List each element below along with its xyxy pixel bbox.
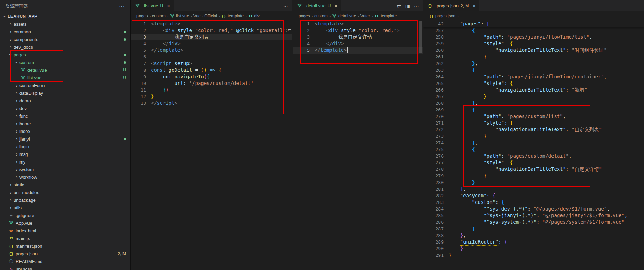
- more-actions-icon[interactable]: ⋯: [414, 3, 419, 9]
- code-line-276[interactable]: 276 "path": "pages/custom/detail",: [423, 153, 644, 159]
- code-line-1[interactable]: 1<template>: [293, 21, 423, 27]
- explorer-folder-uni_modules[interactable]: ›uni_modules: [0, 189, 130, 196]
- code-line-6[interactable]: 6: [131, 54, 292, 60]
- code-line-261[interactable]: 261 }: [423, 54, 644, 60]
- explorer-folder-my[interactable]: ›my: [0, 158, 130, 166]
- code-line-265[interactable]: 265 "style": {: [423, 80, 644, 87]
- code-line-274[interactable]: 274 },: [423, 140, 644, 146]
- breadcrumb-item[interactable]: {}pages.json: [429, 14, 455, 18]
- breadcrumb-item[interactable]: Vuter: [360, 14, 370, 18]
- code-line-4[interactable]: 4 </div>: [293, 40, 423, 47]
- code-line-8[interactable]: 8const goDetail = () => {: [131, 67, 292, 73]
- explorer-folder-login[interactable]: ›login: [0, 143, 130, 150]
- code-line-268[interactable]: 268 },: [423, 100, 644, 106]
- code-line-290[interactable]: 290 }: [423, 245, 644, 252]
- tab-pages.json[interactable]: {}pages.json2, M×: [423, 0, 479, 11]
- code-line-282[interactable]: 282 "easycom": {: [423, 192, 644, 199]
- code-line-5[interactable]: 5</template>: [131, 47, 292, 54]
- breadcrumb-item[interactable]: ...: [460, 14, 463, 18]
- close-icon[interactable]: ×: [167, 3, 170, 8]
- code-line-284[interactable]: 284 "^sys-dev-(.*)": "@/pages/dev/$1/for…: [423, 206, 644, 212]
- code-line-13[interactable]: 13</script>: [131, 100, 292, 106]
- code-line-1[interactable]: 1<template>: [131, 21, 292, 27]
- close-icon[interactable]: ×: [472, 3, 476, 8]
- explorer-folder-static[interactable]: ›static: [0, 181, 130, 189]
- explorer-folder-dev_docs[interactable]: ›dev_docs: [0, 43, 130, 51]
- code-line-288[interactable]: 288 },: [423, 232, 644, 239]
- explorer-folder-unpackage[interactable]: ›unpackage: [0, 196, 130, 204]
- explorer-file-manifest.json[interactable]: {}manifest.json: [0, 242, 130, 250]
- code-line-3[interactable]: 3 我是自定义列表: [131, 34, 292, 40]
- code-line-269[interactable]: 269 {: [423, 106, 644, 113]
- code-line-267[interactable]: 267 }: [423, 93, 644, 100]
- explorer-file-pages.json[interactable]: {}pages.json2, M: [0, 250, 130, 257]
- code-line-270[interactable]: 270 "path": "pages/custom/list",: [423, 113, 644, 120]
- breadcrumb-item[interactable]: list.vue: [170, 14, 189, 18]
- breadcrumb-item[interactable]: custom: [152, 14, 166, 18]
- explorer-folder-system[interactable]: ›system: [0, 166, 130, 173]
- code-line-285[interactable]: 285 "^sys-jianyi-(.*)": "@/pages/jianyi/…: [423, 212, 644, 219]
- code-line-7[interactable]: 7<script setup>: [131, 60, 292, 67]
- code-line-10[interactable]: 10 url: '/pages/custom/detail': [131, 80, 292, 87]
- explorer-file-index.html[interactable]: <>index.html: [0, 227, 130, 235]
- explorer-folder-utils[interactable]: ›utils: [0, 204, 130, 212]
- code-line-263[interactable]: 263 {: [423, 67, 644, 73]
- explorer-folder-common[interactable]: ›common: [0, 28, 130, 35]
- explorer-file-App.vue[interactable]: App.vue: [0, 219, 130, 227]
- explorer-folder-components[interactable]: ›components: [0, 35, 130, 43]
- close-icon[interactable]: ×: [334, 3, 337, 8]
- explorer-folder-demo[interactable]: ›demo: [0, 97, 130, 104]
- code-line-273[interactable]: 273 }: [423, 133, 644, 140]
- explorer-folder-customForm[interactable]: ›customForm: [0, 81, 130, 89]
- explorer-folder-dataDisplay[interactable]: ›dataDisplay: [0, 89, 130, 97]
- explorer-folder-msg[interactable]: ›msg: [0, 150, 130, 158]
- explorer-folder-dev[interactable]: ›dev: [0, 104, 130, 112]
- explorer-folder-workflow[interactable]: ›workflow: [0, 173, 130, 181]
- code-line-9[interactable]: 9 uni.navigateTo({: [131, 73, 292, 80]
- more-actions-icon[interactable]: ⋯: [119, 3, 125, 9]
- explorer-file-detail.vue[interactable]: detail.vueU: [0, 66, 130, 74]
- breadcrumb-item[interactable]: template: [374, 14, 397, 18]
- split-editor-icon[interactable]: ◨: [405, 3, 410, 9]
- code-line-289[interactable]: 289 "uniIdRouter": {: [423, 239, 644, 245]
- code-line-262[interactable]: 262 },: [423, 60, 644, 67]
- tab-detail.vue[interactable]: detail.vueU×: [293, 0, 341, 11]
- breadcrumb-item[interactable]: pages: [136, 14, 148, 18]
- explorer-folder-func[interactable]: ›func: [0, 112, 130, 120]
- code-line-5[interactable]: 5</template>: [293, 47, 423, 54]
- more-actions-icon[interactable]: ⋯: [283, 3, 288, 9]
- code-line-280[interactable]: 280 }: [423, 179, 644, 186]
- code-line-287[interactable]: 287 }: [423, 225, 644, 232]
- explorer-file-list.vue[interactable]: list.vueU: [0, 74, 130, 81]
- code-line-257[interactable]: 257 {: [423, 27, 644, 34]
- breadcrumb-item[interactable]: div: [248, 14, 260, 18]
- tab-list.vue[interactable]: list.vueU×: [131, 0, 174, 11]
- explorer-folder-jianyi[interactable]: ›jianyi: [0, 135, 130, 143]
- explorer-folder-LEARUN_APP[interactable]: ›LEARUN_APP: [0, 13, 130, 20]
- code-line-3[interactable]: 3 我是自定义详情: [293, 34, 423, 40]
- code-line-271[interactable]: 271 "style": {: [423, 120, 644, 126]
- sticky-scroll-line[interactable]: 42 "pages": [: [423, 21, 644, 27]
- explorer-folder-custom[interactable]: ›custom: [0, 58, 130, 66]
- code-line-42[interactable]: 42 "pages": [: [423, 21, 644, 27]
- open-changes-icon[interactable]: ⇄: [397, 3, 401, 9]
- breadcrumb-item[interactable]: pages: [299, 14, 310, 18]
- code-line-2[interactable]: 2 <div style="color: red;">: [293, 27, 423, 34]
- code-line-281[interactable]: 281 ],: [423, 186, 644, 192]
- explorer-file-uni.scss[interactable]: Suni.scss: [0, 265, 130, 270]
- code-line-11[interactable]: 11 }): [131, 87, 292, 93]
- explorer-file-README.md[interactable]: ⓘREADME.md: [0, 257, 130, 265]
- code-line-260[interactable]: 260 "navigationBarTitleText": "时间组件验证": [423, 47, 644, 54]
- code-line-291[interactable]: 291}: [423, 252, 644, 259]
- code-line-278[interactable]: 278 "navigationBarTitleText": "自定义详情": [423, 166, 644, 173]
- breadcrumb-item[interactable]: Vue - Official: [193, 14, 217, 18]
- code-line-12[interactable]: 12}: [131, 93, 292, 100]
- code-line-279[interactable]: 279 }: [423, 173, 644, 179]
- code-line-277[interactable]: 277 "style": {: [423, 159, 644, 166]
- code-line-2[interactable]: 2 <div style="color: red;" @click="goDet…: [131, 27, 292, 34]
- code-line-275[interactable]: 275 {: [423, 146, 644, 153]
- code-line-4[interactable]: 4 </div>: [131, 40, 292, 47]
- breadcrumb-item[interactable]: custom: [314, 14, 328, 18]
- code-line-266[interactable]: 266 "navigationBarTitleText": "新增": [423, 87, 644, 93]
- code-line-272[interactable]: 272 "navigationBarTitleText": "自定义列表": [423, 126, 644, 133]
